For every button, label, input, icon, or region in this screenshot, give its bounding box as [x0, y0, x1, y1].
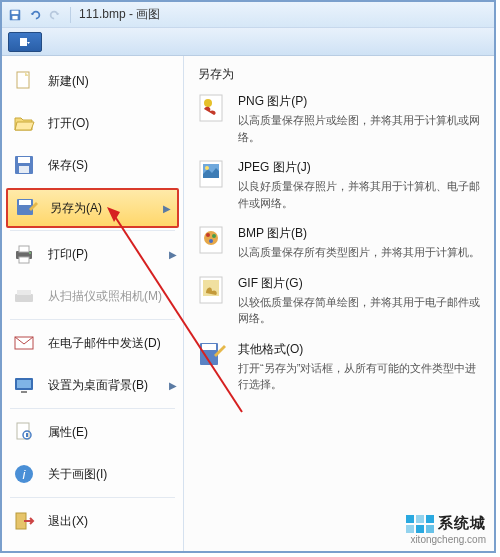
svg-point-35: [209, 239, 213, 243]
other-format-icon: [198, 341, 228, 371]
format-jpeg[interactable]: JPEG 图片(J) 以良好质量保存照片，并将其用于计算机、电子邮件或网络。: [198, 159, 482, 211]
menu-label: 另存为(A): [50, 200, 102, 217]
ribbon-bar: [2, 28, 494, 56]
qat-redo-icon[interactable]: [48, 8, 62, 22]
menu-from-scanner: 从扫描仪或照相机(M): [2, 275, 183, 317]
menu-label: 属性(E): [48, 424, 88, 441]
window-title: 111.bmp - 画图: [79, 6, 160, 23]
svg-rect-14: [15, 294, 33, 302]
menu-properties[interactable]: 属性(E): [2, 411, 183, 453]
menu-print[interactable]: 打印(P) ▶: [2, 233, 183, 275]
svg-rect-9: [19, 200, 31, 205]
submenu-arrow-icon: ▶: [169, 249, 177, 260]
svg-point-13: [29, 252, 31, 254]
menu-label: 保存(S): [48, 157, 88, 174]
format-bmp[interactable]: BMP 图片(B) 以高质量保存所有类型图片，并将其用于计算机。: [198, 225, 482, 261]
menu-dropdown: 新建(N) 打开(O) 保存(S) 另存为(A) ▶ 打印(P) ▶: [2, 56, 494, 551]
save-icon: [12, 153, 36, 177]
menu-label: 退出(X): [48, 513, 88, 530]
svg-rect-6: [18, 157, 30, 163]
menu-label: 关于画图(I): [48, 466, 107, 483]
watermark-logo: 系统城: [406, 514, 486, 533]
menu-new[interactable]: 新建(N): [2, 60, 183, 102]
svg-point-30: [205, 166, 209, 170]
app-menu-button[interactable]: [8, 32, 42, 52]
svg-point-33: [206, 233, 210, 237]
svg-rect-1: [12, 10, 19, 14]
separator: [70, 7, 71, 23]
svg-rect-11: [19, 246, 29, 252]
watermark-brand: 系统城: [438, 514, 486, 533]
svg-rect-3: [20, 38, 27, 46]
format-desc: 以高质量保存照片或绘图，并将其用于计算机或网络。: [238, 112, 482, 145]
menu-label: 打开(O): [48, 115, 89, 132]
svg-rect-22: [26, 433, 28, 437]
menu-save-as[interactable]: 另存为(A) ▶: [6, 188, 179, 228]
svg-point-34: [212, 234, 216, 238]
svg-rect-19: [21, 391, 27, 393]
format-text: BMP 图片(B) 以高质量保存所有类型图片，并将其用于计算机。: [238, 225, 482, 261]
menu-label: 从扫描仪或照相机(M): [48, 288, 162, 305]
format-text: GIF 图片(G) 以较低质量保存简单绘图，并将其用于电子邮件或网络。: [238, 275, 482, 327]
menu-separator: [10, 497, 175, 498]
menu-set-wallpaper[interactable]: 设置为桌面背景(B) ▶: [2, 364, 183, 406]
new-icon: [12, 69, 36, 93]
submenu-arrow-icon: ▶: [169, 380, 177, 391]
titlebar: 111.bmp - 画图: [2, 2, 494, 28]
submenu-arrow-icon: ▶: [163, 203, 171, 214]
menu-label: 在电子邮件中发送(D): [48, 335, 161, 352]
format-label: PNG 图片(P): [238, 93, 482, 110]
svg-rect-18: [17, 380, 31, 388]
menu-exit[interactable]: 退出(X): [2, 500, 183, 542]
submenu-title: 另存为: [198, 66, 482, 87]
menu-send-email[interactable]: 在电子邮件中发送(D): [2, 322, 183, 364]
print-icon: [12, 242, 36, 266]
logo-squares-icon: [406, 515, 434, 533]
email-icon: [12, 331, 36, 355]
menu-label: 新建(N): [48, 73, 89, 90]
wallpaper-icon: [12, 373, 36, 397]
open-icon: [12, 111, 36, 135]
qat-save-icon[interactable]: [8, 8, 22, 22]
menu-label: 设置为桌面背景(B): [48, 377, 148, 394]
format-text: JPEG 图片(J) 以良好质量保存照片，并将其用于计算机、电子邮件或网络。: [238, 159, 482, 211]
png-icon: [198, 93, 228, 123]
left-menu-panel: 新建(N) 打开(O) 保存(S) 另存为(A) ▶ 打印(P) ▶: [2, 56, 184, 551]
svg-rect-2: [12, 15, 17, 19]
format-desc: 打开“另存为”对话框，从所有可能的文件类型中进行选择。: [238, 360, 482, 393]
format-gif[interactable]: GIF 图片(G) 以较低质量保存简单绘图，并将其用于电子邮件或网络。: [198, 275, 482, 327]
saveas-submenu-panel: 另存为 PNG 图片(P) 以高质量保存照片或绘图，并将其用于计算机或网络。 J…: [184, 56, 494, 551]
menu-save[interactable]: 保存(S): [2, 144, 183, 186]
menu-open[interactable]: 打开(O): [2, 102, 183, 144]
jpeg-icon: [198, 159, 228, 189]
format-desc: 以良好质量保存照片，并将其用于计算机、电子邮件或网络。: [238, 178, 482, 211]
menu-label: 打印(P): [48, 246, 88, 263]
format-label: GIF 图片(G): [238, 275, 482, 292]
menu-separator: [10, 319, 175, 320]
svg-rect-15: [17, 290, 31, 295]
svg-point-27: [204, 99, 212, 107]
format-text: 其他格式(O) 打开“另存为”对话框，从所有可能的文件类型中进行选择。: [238, 341, 482, 393]
menu-about[interactable]: i 关于画图(I): [2, 453, 183, 495]
menu-separator: [10, 408, 175, 409]
qat-undo-icon[interactable]: [28, 8, 42, 22]
format-text: PNG 图片(P) 以高质量保存照片或绘图，并将其用于计算机或网络。: [238, 93, 482, 145]
about-icon: i: [12, 462, 36, 486]
watermark: 系统城 xitongcheng.com: [406, 514, 486, 545]
format-desc: 以较低质量保存简单绘图，并将其用于电子邮件或网络。: [238, 294, 482, 327]
format-label: 其他格式(O): [238, 341, 482, 358]
exit-icon: [12, 509, 36, 533]
properties-icon: [12, 420, 36, 444]
gif-icon: [198, 275, 228, 305]
svg-rect-7: [19, 166, 29, 173]
watermark-url: xitongcheng.com: [406, 534, 486, 545]
format-png[interactable]: PNG 图片(P) 以高质量保存照片或绘图，并将其用于计算机或网络。: [198, 93, 482, 145]
menu-separator: [10, 230, 175, 231]
scanner-icon: [12, 284, 36, 308]
save-as-icon: [14, 196, 38, 220]
format-label: JPEG 图片(J): [238, 159, 482, 176]
format-label: BMP 图片(B): [238, 225, 482, 242]
format-other[interactable]: 其他格式(O) 打开“另存为”对话框，从所有可能的文件类型中进行选择。: [198, 341, 482, 393]
svg-rect-26: [200, 95, 222, 121]
svg-rect-12: [19, 257, 29, 263]
